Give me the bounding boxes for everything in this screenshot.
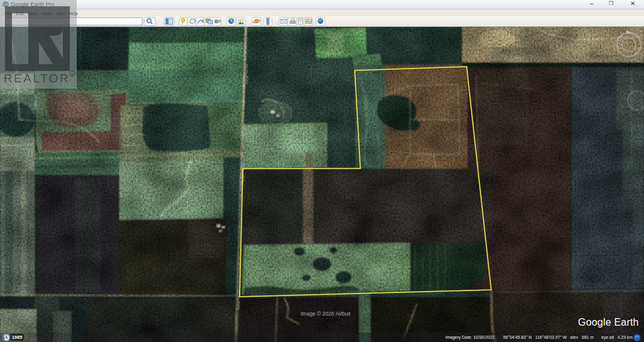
svg-text:REALTOR: REALTOR: [4, 72, 70, 85]
svg-text:Range Rd 212: Range Rd 212: [241, 163, 245, 184]
svg-text:Range Rd 212: Range Rd 212: [245, 64, 248, 84]
svg-text:Image © 2026 Airbus: Image © 2026 Airbus: [301, 311, 351, 317]
svg-text:Range Rd 212: Range Rd 212: [236, 290, 240, 310]
svg-text:N: N: [626, 30, 630, 35]
svg-text:R: R: [71, 72, 74, 76]
